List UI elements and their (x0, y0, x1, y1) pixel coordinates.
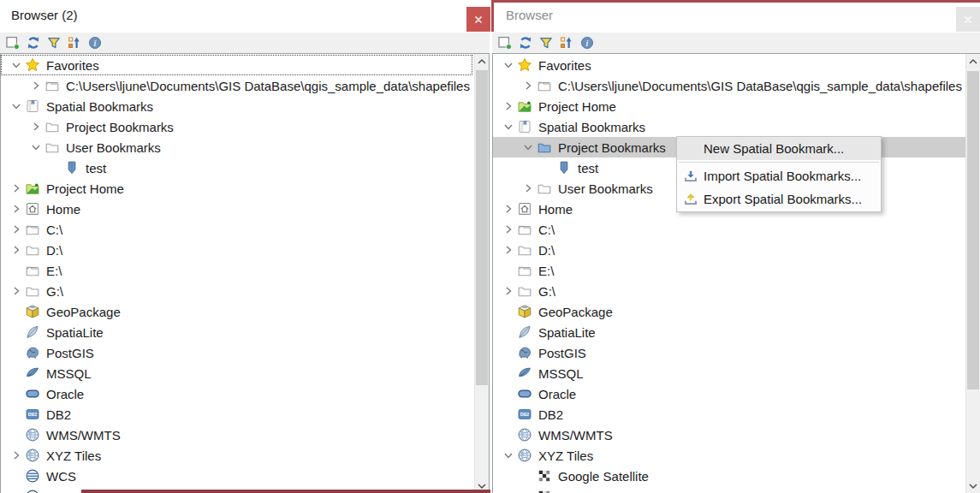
chevron-down-icon[interactable] (27, 142, 45, 152)
add-selected-layers-icon[interactable] (496, 34, 514, 51)
tree-item-c[interactable]: C:\ (493, 219, 980, 240)
tree-item-favorites[interactable]: Favorites (493, 55, 980, 75)
tree-item-postgis[interactable]: PostGIS (493, 342, 980, 363)
tree-item-project-bookmarks[interactable]: Project Bookmarks (1, 116, 489, 137)
menu-item-import-spatial-bookmarks[interactable]: Import Spatial Bookmarks... (677, 164, 881, 187)
postgis-icon (25, 345, 40, 360)
tree-item-e[interactable]: E:\ (493, 260, 980, 281)
chevron-right-icon[interactable] (500, 204, 517, 214)
tree-item-label: C:\Users\ljune\Documents\GIS DataBase\qg… (558, 79, 962, 93)
chevron-right-icon[interactable] (27, 80, 45, 91)
tree-item-db2[interactable]: DB2DB2 (493, 404, 980, 425)
chevron-right-icon[interactable] (500, 101, 517, 111)
tree-item-label: E:\ (46, 264, 62, 278)
tree-item-xyz-tiles[interactable]: XYZ Tiles (1, 445, 489, 466)
tree-item-user-bookmarks[interactable]: User Bookmarks (1, 137, 489, 157)
tree-item-spatialite[interactable]: SpatiaLite (493, 322, 980, 342)
db2-icon: DB2 (25, 407, 40, 422)
chevron-right-icon[interactable] (520, 80, 537, 91)
tree-item-postgis[interactable]: PostGIS (1, 342, 489, 363)
vertical-scrollbar[interactable] (965, 54, 980, 493)
tree-item-spatial-bookmarks[interactable]: Spatial Bookmarks (1, 96, 489, 116)
chevron-down-icon[interactable] (500, 60, 517, 70)
tree-item-project-home[interactable]: Project Home (1, 178, 489, 199)
tree-item-geopackage[interactable]: GeoPackage (1, 301, 489, 322)
tree-item-oracle[interactable]: Oracle (1, 383, 489, 404)
db2-icon: DB2 (517, 407, 532, 422)
chevron-up-icon[interactable] (966, 54, 980, 68)
chevron-right-icon[interactable] (500, 286, 517, 296)
tree-item-partial-item[interactable] (493, 486, 980, 493)
tree-item-geopackage[interactable]: GeoPackage (493, 301, 980, 322)
properties-widget-icon[interactable]: i (579, 34, 596, 51)
chevron-down-icon[interactable] (966, 478, 980, 493)
chevron-right-icon[interactable] (500, 224, 517, 235)
scrollbar-thumb[interactable] (967, 71, 979, 389)
chevron-right-icon[interactable] (8, 224, 25, 235)
chevron-right-icon[interactable] (8, 183, 25, 193)
tree-item-google-satellite[interactable]: Google Satellite (493, 466, 980, 486)
collapse-all-icon[interactable] (558, 34, 575, 51)
chevron-right-icon[interactable] (8, 245, 25, 255)
project-home-icon (517, 98, 532, 114)
chevron-up-icon[interactable] (475, 54, 489, 68)
tree-item-c-users-ljune-documents-gis-database-qgis-sample-data-shapefiles[interactable]: C:\Users\ljune\Documents\GIS DataBase\qg… (493, 75, 980, 96)
vertical-scrollbar[interactable] (474, 54, 489, 493)
tree-item-d[interactable]: D:\ (493, 240, 980, 260)
chevron-right-icon[interactable] (8, 286, 25, 296)
filter-browser-icon[interactable] (45, 34, 62, 51)
tree-item-xyz-tiles[interactable]: XYZ Tiles (493, 445, 980, 466)
menu-item-label: Export Spatial Bookmarks... (704, 192, 862, 206)
refresh-icon[interactable] (517, 34, 534, 51)
chevron-down-icon[interactable] (8, 101, 25, 111)
globe-wcs-icon (25, 489, 40, 493)
chevron-right-icon[interactable] (520, 183, 537, 193)
tree-item-mssql[interactable]: MSSQL (1, 363, 489, 383)
browser-panel-right: Browser i FavoritesC:\Users\ljune\Docume… (492, 0, 980, 493)
tree-item-home[interactable]: Home (1, 199, 489, 219)
globe-wms-icon (25, 448, 40, 463)
tree-item-g[interactable]: G:\ (1, 281, 489, 301)
tree-item-label: SpatiaLite (538, 325, 596, 340)
tree-item-mssql[interactable]: MSSQL (493, 363, 980, 383)
panel-title: Browser (506, 8, 553, 22)
close-icon[interactable] (956, 7, 980, 32)
tree-item-spatial-bookmarks[interactable]: Spatial Bookmarks (493, 116, 980, 137)
tree-item-c[interactable]: C:\ (1, 219, 489, 240)
tree-item-wms-wmts[interactable]: WMS/WMTS (493, 425, 980, 445)
chevron-down-icon[interactable] (520, 142, 537, 152)
add-selected-layers-icon[interactable] (4, 34, 21, 51)
chevron-down-icon[interactable] (500, 122, 517, 132)
tree-item-d[interactable]: D:\ (1, 240, 489, 260)
panel-titlebar: Browser (2) (0, 0, 490, 33)
tree-item-label: WMS/WMTS (538, 428, 613, 443)
tree-item-test[interactable]: test (1, 157, 489, 178)
tree-item-db2[interactable]: DB2DB2 (1, 404, 489, 425)
chevron-right-icon[interactable] (27, 122, 45, 132)
close-icon[interactable] (466, 7, 490, 32)
collapse-all-icon[interactable] (66, 34, 83, 51)
tree-item-favorites[interactable]: Favorites (1, 55, 472, 75)
tree-item-project-home[interactable]: Project Home (493, 96, 980, 116)
chevron-right-icon[interactable] (8, 450, 25, 460)
tree-item-g[interactable]: G:\ (493, 281, 980, 301)
tree-item-wms-wmts[interactable]: WMS/WMTS (1, 425, 489, 445)
tree-item-wcs[interactable]: WCS (1, 466, 489, 486)
refresh-icon[interactable] (25, 34, 42, 51)
scrollbar-thumb[interactable] (476, 70, 488, 385)
tree-item-c-users-ljune-documents-gis-database-qgis-sample-data-shapefiles[interactable]: C:\Users\ljune\Documents\GIS DataBase\qg… (1, 75, 489, 96)
svg-text:DB2: DB2 (520, 412, 529, 417)
filter-browser-icon[interactable] (538, 34, 555, 51)
chevron-right-icon[interactable] (8, 204, 25, 214)
tree-item-oracle[interactable]: Oracle (493, 383, 980, 404)
chevron-down-icon[interactable] (500, 450, 517, 460)
tree-item-e[interactable]: E:\ (1, 260, 489, 281)
dock-edge-highlight-left (491, 0, 494, 32)
satellite-tiles-icon (537, 468, 552, 484)
chevron-down-icon[interactable] (8, 60, 25, 70)
tree-item-spatialite[interactable]: SpatiaLite (1, 322, 489, 342)
menu-item-new-spatial-bookmark[interactable]: New Spatial Bookmark... (677, 137, 881, 160)
properties-widget-icon[interactable]: i (86, 34, 104, 51)
menu-item-export-spatial-bookmarks[interactable]: Export Spatial Bookmarks... (677, 187, 881, 211)
chevron-right-icon[interactable] (500, 245, 517, 255)
